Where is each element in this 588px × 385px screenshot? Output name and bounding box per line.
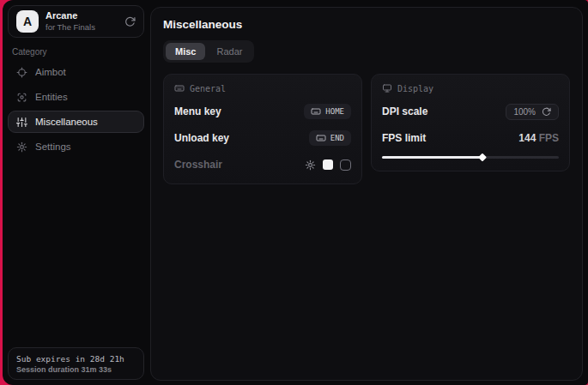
- crosshair-color-picker-outline[interactable]: [340, 159, 351, 171]
- crosshair-row: Crosshair: [174, 156, 351, 173]
- page-title: Miscellaneous: [163, 18, 570, 31]
- app-subtitle: for The Finals: [45, 22, 118, 33]
- sidebar: A Arcane for The Finals Category Aimbot: [3, 0, 150, 385]
- dpi-scale-row: DPI scale 100%: [382, 103, 559, 120]
- display-card: Display DPI scale 100% FPS limit 144: [371, 74, 570, 171]
- unload-key-value: END: [330, 134, 344, 142]
- crosshair-settings-gear-icon[interactable]: [305, 159, 316, 171]
- sliders-icon: [16, 117, 27, 128]
- menu-key-label: Menu key: [174, 105, 221, 117]
- display-card-title: Display: [397, 84, 433, 93]
- session-duration-text: Session duration 31m 33s: [16, 365, 136, 374]
- sidebar-item-label: Entities: [35, 92, 68, 102]
- app-name: Arcane: [45, 10, 118, 22]
- category-label: Category: [12, 47, 47, 57]
- fps-limit-label: FPS limit: [382, 132, 426, 144]
- crosshair-color-swatch[interactable]: [323, 159, 333, 170]
- sidebar-item-label: Miscellaneous: [35, 117, 98, 127]
- sidebar-item-aimbot[interactable]: Aimbot: [8, 61, 144, 83]
- refresh-icon[interactable]: [124, 16, 136, 27]
- fps-limit-slider[interactable]: [382, 154, 559, 160]
- unload-key-bind-button[interactable]: END: [309, 130, 351, 146]
- sidebar-nav: Aimbot Entities Miscellaneous Settings: [8, 61, 144, 158]
- general-card-title: General: [190, 84, 226, 93]
- sub-expires-text: Sub expires in 28d 21h: [16, 354, 136, 364]
- monitor-icon: [382, 83, 392, 93]
- app-window: A Arcane for The Finals Category Aimbot: [3, 0, 588, 385]
- sidebar-item-entities[interactable]: Entities: [8, 86, 144, 108]
- keyboard-icon: [311, 106, 321, 117]
- sidebar-item-label: Aimbot: [35, 67, 66, 77]
- dpi-scale-button[interactable]: 100%: [506, 104, 559, 120]
- tabbar: Misc Radar: [163, 40, 254, 63]
- subscription-info-card: Sub expires in 28d 21h Session duration …: [8, 347, 144, 380]
- logo-card: A Arcane for The Finals: [8, 5, 144, 38]
- menu-key-value: HOME: [325, 107, 344, 116]
- sidebar-item-settings[interactable]: Settings: [8, 135, 144, 158]
- main-panel: Miscellaneous Misc Radar General Menu ke…: [150, 7, 583, 381]
- sidebar-item-miscellaneous[interactable]: Miscellaneous: [8, 111, 144, 133]
- fps-limit-value: 144 FPS: [518, 132, 559, 144]
- general-card: General Menu key HOME Unload key: [163, 74, 362, 184]
- unload-key-row: Unload key END: [174, 129, 351, 147]
- crosshair-label: Crosshair: [174, 159, 222, 171]
- menu-key-bind-button[interactable]: HOME: [304, 104, 351, 119]
- dpi-scale-value: 100%: [513, 107, 536, 117]
- fps-limit-row: FPS limit 144 FPS: [382, 129, 559, 147]
- dpi-scale-label: DPI scale: [382, 105, 427, 117]
- menu-key-row: Menu key HOME: [174, 103, 351, 120]
- keyboard-icon: [174, 83, 185, 93]
- gear-icon: [16, 141, 27, 153]
- slider-fill: [382, 156, 482, 159]
- app-logo: A: [16, 10, 39, 33]
- tab-radar[interactable]: Radar: [207, 43, 252, 60]
- refresh-icon: [542, 107, 551, 117]
- crosshair-icon: [16, 67, 27, 78]
- slider-handle[interactable]: [478, 153, 487, 161]
- sidebar-item-label: Settings: [35, 141, 71, 152]
- tab-misc[interactable]: Misc: [166, 43, 205, 60]
- scan-icon: [16, 92, 27, 103]
- keyboard-icon: [316, 133, 326, 143]
- unload-key-label: Unload key: [174, 132, 229, 144]
